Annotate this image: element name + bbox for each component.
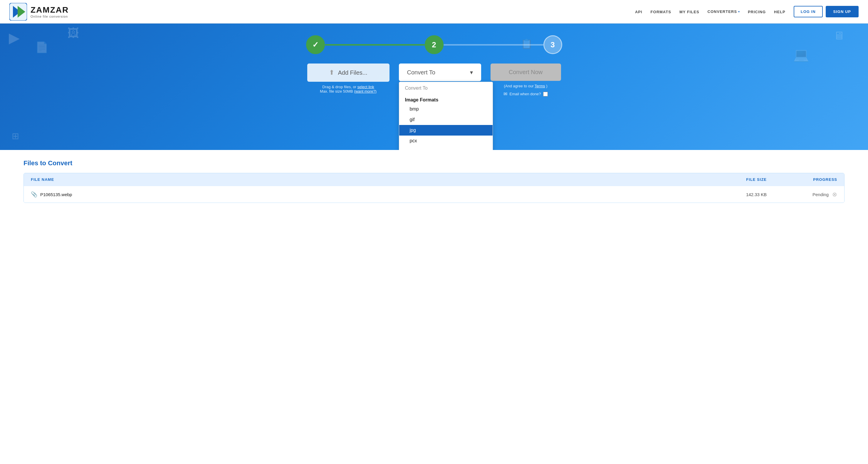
nav-help[interactable]: HELP [774,10,785,14]
col-header-name: FILE NAME [31,177,720,182]
files-table-header: FILE NAME FILE SIZE PROGRESS [24,173,844,186]
add-files-button[interactable]: ⬆ Add Files... [307,63,390,82]
add-files-label: Add Files... [338,69,367,76]
bg-icon-grid: ⊞ [12,131,19,141]
step-3-circle: 3 [544,35,562,54]
file-name: P1065135.webp [40,192,720,197]
file-size: 142.33 KB [720,192,767,197]
add-files-subtitle: Drag & drop files, or select link Max. f… [320,85,377,93]
files-section: Files to Convert FILE NAME FILE SIZE PRO… [0,150,868,212]
dropdown-item-gif[interactable]: gif [399,114,493,125]
dropdown-placeholder: Convert To [399,82,493,94]
signup-button[interactable]: SIGN UP [826,6,859,17]
select-link[interactable]: select link [358,85,374,89]
convert-to-button[interactable]: Convert To ▾ [399,63,481,81]
convert-to-dropdown[interactable]: Convert To Image Formats bmp gif jpg pcx… [399,82,493,150]
files-title: Files to Convert [24,160,844,167]
convert-now-subtitle: (And agree to our Terms ) [504,84,548,88]
dropdown-group-image: Image Formats [399,94,493,104]
max-size-text: Max. file size 50MB [320,89,353,93]
files-table: FILE NAME FILE SIZE PROGRESS 📎 P1065135.… [24,173,844,203]
remove-file-icon[interactable]: ⊗ [832,191,837,198]
convert-now-button[interactable]: Convert Now [491,63,561,81]
logo-text: ZAMZAR Online file conversion [31,5,69,18]
drag-text: Drag & drop files, or [322,85,356,89]
hero-section: ▶ 📄 🖼 💻 🖥 📋 ⊞ ✓ 2 3 ⬆ Add Files... Drag … [0,24,868,150]
terms-link[interactable]: Terms [535,84,545,88]
convert-to-col: Convert To ▾ Convert To Image Formats bm… [399,63,481,81]
col-header-size: FILE SIZE [720,177,767,182]
add-files-col: ⬆ Add Files... Drag & drop files, or sel… [307,63,390,93]
step-1-2-line [325,44,425,46]
agree-close: ) [546,84,547,88]
logo-sub: Online file conversion [31,15,69,18]
file-attachment-icon: 📎 [31,191,37,198]
nav-formats[interactable]: FORMATS [651,10,671,14]
nav-converters[interactable]: CONVERTERS [708,9,737,14]
email-icon: ✉ [503,91,507,97]
table-row: 📎 P1065135.webp 142.33 KB Pending ⊗ [24,186,844,203]
dropdown-item-jpg[interactable]: jpg [399,125,493,136]
nav-pricing[interactable]: PRICING [748,10,766,14]
dropdown-item-bmp[interactable]: bmp [399,104,493,114]
chevron-down-icon: ▾ [470,69,473,76]
nav-myfiles[interactable]: MY FILES [679,10,700,14]
files-title-static: Files to [24,160,46,167]
agree-text: (And agree to our [504,84,534,88]
email-label: Email when done? [509,92,541,96]
col-header-progress: PROGRESS [767,177,837,182]
logo-name: ZAMZAR [31,5,69,15]
nav-links: API FORMATS MY FILES CONVERTERS ▾ PRICIN… [635,9,785,14]
want-more-link[interactable]: (want more?) [354,89,377,93]
logo[interactable]: ZAMZAR Online file conversion [9,3,69,21]
nav-api[interactable]: API [635,10,643,14]
file-progress: Pending ⊗ [767,191,837,198]
progress-status: Pending [812,192,829,197]
dropdown-item-png[interactable]: png [399,146,493,150]
files-title-highlight: Convert [48,160,72,167]
logo-icon [9,3,27,21]
upload-icon: ⬆ [329,69,334,77]
email-row: ✉ Email when done? [503,91,548,97]
steps-progress: ✓ 2 3 [0,35,868,54]
convert-now-col: Convert Now (And agree to our Terms ) ✉ … [491,63,561,97]
email-checkbox[interactable] [543,92,548,96]
step-2-circle: 2 [425,35,443,54]
actions-row: ⬆ Add Files... Drag & drop files, or sel… [0,63,868,97]
dropdown-item-pcx[interactable]: pcx [399,136,493,146]
login-button[interactable]: LOG IN [794,6,823,17]
navbar: ZAMZAR Online file conversion API FORMAT… [0,0,868,24]
step-1-circle: ✓ [306,35,325,54]
step-2-3-line [443,44,544,46]
converters-chevron-icon: ▾ [738,10,740,13]
convert-to-label: Convert To [407,69,435,76]
